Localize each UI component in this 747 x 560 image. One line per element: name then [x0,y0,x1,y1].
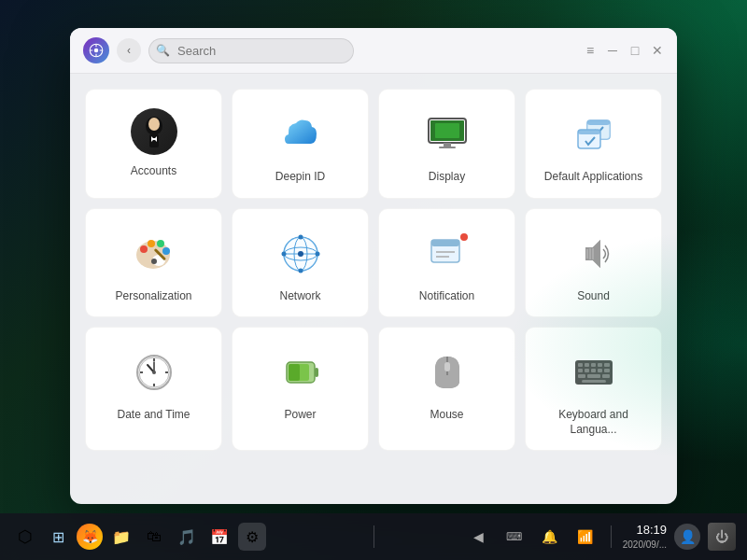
search-input[interactable] [148,38,354,63]
svg-rect-75 [578,374,585,378]
svg-rect-72 [591,369,596,372]
svg-rect-73 [598,369,602,372]
svg-point-25 [148,240,155,247]
settings-item-sound[interactable]: Sound [525,208,662,318]
settings-item-display[interactable]: Display [378,89,515,199]
notification-icon [421,228,473,280]
mouse-label: Mouse [430,408,463,423]
settings-item-deepin-id[interactable]: Deepin ID [232,89,369,199]
svg-rect-78 [582,380,606,383]
taskbar-launcher[interactable]: ⬡ [11,523,39,551]
taskbar-settings[interactable]: ⚙ [238,523,266,551]
svg-rect-59 [315,368,318,377]
svg-point-36 [315,251,319,256]
svg-rect-63 [444,362,450,371]
svg-rect-71 [585,369,589,372]
svg-point-27 [162,247,170,255]
sound-icon [568,228,620,280]
settings-item-network[interactable]: Network [232,208,369,318]
sound-label: Sound [577,289,610,304]
display-icon [421,108,473,161]
settings-item-keyboard[interactable]: Keyboard and Langua... [525,327,662,451]
accounts-icon [131,108,177,155]
svg-rect-41 [431,240,459,246]
svg-point-35 [298,234,303,239]
taskbar-network-status[interactable]: 📶 [571,523,599,551]
svg-rect-8 [149,134,159,147]
svg-rect-21 [578,130,600,134]
back-button[interactable]: ‹ [117,38,141,63]
deepin-id-icon [275,108,327,161]
personalization-icon [128,228,180,280]
taskbar: ⬡ ⊞ 🦊 📁 🛍 🎵 📅 ⚙ ◀ ⌨ 🔔 📶 18:19 2020/09/..… [0,513,747,560]
svg-point-24 [140,245,148,253]
svg-rect-16 [439,147,456,148]
taskbar-notification-bell[interactable]: 🔔 [536,523,564,551]
svg-point-38 [281,251,286,256]
svg-rect-70 [578,369,583,372]
svg-point-7 [148,118,160,131]
personalization-label: Personalization [115,289,191,304]
settings-item-personalization[interactable]: Personalization [85,208,222,318]
taskbar-multitask[interactable]: ⊞ [44,523,72,551]
clock-date: 2020/09/... [623,539,667,551]
search-bar: 🔍 [148,38,354,63]
clock-time: 18:19 [623,523,667,539]
svg-rect-76 [587,374,600,378]
taskbar-firefox[interactable]: 🦊 [77,524,103,550]
svg-point-1 [94,49,99,53]
display-label: Display [429,170,465,185]
svg-point-26 [157,240,164,247]
taskbar-appstore[interactable]: 🛍 [140,523,168,551]
close-button[interactable]: ✕ [651,44,664,57]
taskbar-files[interactable]: 📁 [107,523,135,551]
settings-item-power[interactable]: Power [232,327,369,451]
taskbar-calendar[interactable]: 📅 [205,523,233,551]
settings-window: ‹ 🔍 ≡ ─ □ ✕ [70,28,677,504]
keyboard-icon [568,346,620,399]
taskbar-right: ◀ ⌨ 🔔 📶 18:19 2020/09/... 👤 ⏻ [384,523,737,551]
taskbar-power-btn[interactable]: ⏻ [708,523,736,551]
settings-item-datetime[interactable]: Date and Time [85,327,222,451]
svg-point-39 [298,251,303,257]
power-label: Power [284,408,316,423]
settings-item-mouse[interactable]: Mouse [378,327,515,451]
notification-label: Notification [419,289,474,304]
settings-item-accounts[interactable]: Accounts [85,89,222,199]
taskbar-divider-left [374,525,374,548]
taskbar-divider-right [611,525,612,548]
settings-item-default-apps[interactable]: Default Applications [525,89,662,199]
svg-rect-77 [602,374,610,378]
svg-rect-11 [152,138,155,140]
datetime-label: Date and Time [117,408,190,423]
network-label: Network [279,289,320,304]
svg-rect-14 [435,123,459,138]
power-icon [275,346,327,399]
search-icon: 🔍 [156,44,170,57]
taskbar-keyboard-layout[interactable]: ⌨ [500,523,529,551]
menu-button[interactable]: ≡ [584,44,597,57]
deepin-id-label: Deepin ID [275,170,325,185]
svg-rect-66 [585,363,589,367]
taskbar-prev[interactable]: ◀ [465,523,493,551]
mouse-icon [421,346,473,399]
svg-rect-74 [604,369,610,372]
settings-grid-container: Accounts Deepi [70,74,677,504]
taskbar-user-avatar[interactable]: 👤 [674,524,700,550]
minimize-button[interactable]: ─ [606,44,619,57]
network-icon [275,228,327,280]
taskbar-music[interactable]: 🎵 [173,523,201,551]
default-apps-label: Default Applications [544,170,642,185]
settings-item-notification[interactable]: Notification [378,208,515,318]
svg-rect-69 [604,363,610,367]
maximize-button[interactable]: □ [628,44,641,57]
window-controls: ≡ ─ □ ✕ [584,44,664,57]
svg-rect-68 [598,363,602,367]
datetime-icon [128,346,180,399]
title-bar: ‹ 🔍 ≡ ─ □ ✕ [70,28,677,74]
keyboard-label: Keyboard and Langua... [535,408,652,437]
default-apps-icon [568,108,620,161]
svg-rect-67 [591,363,596,367]
clock-display[interactable]: 18:19 2020/09/... [623,523,667,551]
svg-point-57 [152,371,156,374]
